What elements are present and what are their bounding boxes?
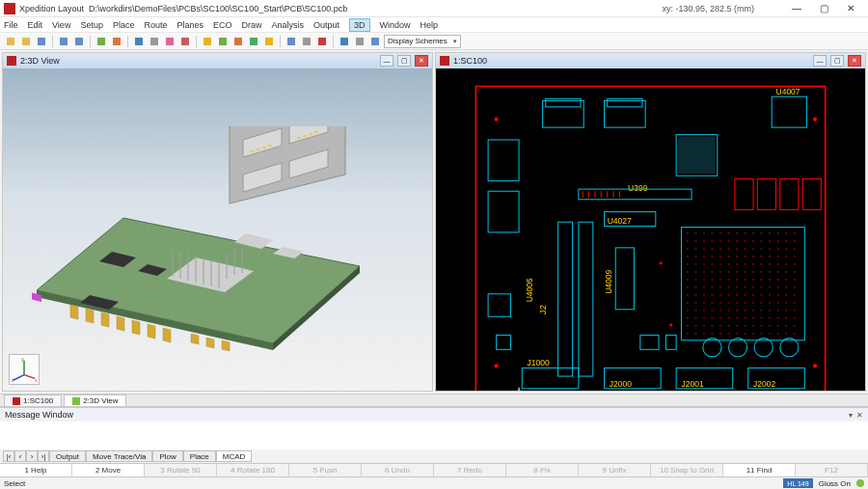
msg-nav-button[interactable]: |‹	[3, 450, 14, 462]
maximize-button[interactable]: ▢	[810, 1, 837, 16]
menu-window[interactable]: Window	[380, 20, 411, 30]
pane-minimize-button[interactable]: —	[813, 55, 827, 67]
svg-point-161	[719, 279, 721, 281]
fn-cell[interactable]: 1 Help	[0, 464, 72, 476]
fn-cell: 7 Redo	[434, 464, 506, 476]
msg-tab-mcad[interactable]: MCAD	[216, 450, 253, 462]
svg-point-41	[251, 150, 255, 152]
svg-point-225	[785, 310, 787, 312]
svg-point-229	[703, 317, 705, 319]
svg-point-314	[660, 261, 663, 264]
pane-close-button[interactable]: ✕	[415, 55, 428, 67]
view3d-icon[interactable]	[338, 35, 351, 48]
open-icon[interactable]	[19, 35, 33, 48]
menu-setup[interactable]: Setup	[80, 20, 103, 30]
place-icon[interactable]	[95, 35, 108, 48]
menu-file[interactable]: File	[4, 20, 18, 30]
menu-draw[interactable]: Draw	[242, 20, 262, 30]
fn-cell[interactable]: 2 Move	[72, 464, 145, 476]
refresh-icon[interactable]	[368, 35, 382, 48]
svg-line-67	[14, 375, 24, 381]
menu-edit[interactable]: Edit	[28, 20, 43, 30]
menu-planes[interactable]: Planes	[176, 20, 203, 30]
close-button[interactable]: ✕	[837, 1, 864, 16]
svg-point-95	[752, 240, 754, 242]
warn-icon[interactable]	[262, 35, 276, 48]
glasses-icon[interactable]	[353, 35, 366, 48]
svg-point-111	[769, 248, 771, 250]
message-window-body[interactable]	[0, 421, 868, 449]
svg-point-127	[785, 256, 787, 258]
menu-output[interactable]: Output	[313, 20, 339, 30]
display-schemes-dropdown[interactable]: Display Schemes▾	[384, 35, 461, 48]
svg-point-192	[744, 294, 746, 296]
menu-eco[interactable]: ECO	[213, 20, 232, 30]
menu-view[interactable]: View	[52, 20, 70, 30]
layer-icon[interactable]	[132, 35, 146, 48]
measure-icon[interactable]	[285, 35, 298, 48]
flag-icon[interactable]	[315, 35, 329, 48]
msg-tab-output[interactable]: Output	[49, 450, 86, 462]
svg-rect-21	[371, 38, 379, 45]
workspace-tab[interactable]: 2:3D View	[64, 394, 126, 406]
svg-marker-62	[206, 338, 214, 348]
menu-analysis[interactable]: Analysis	[272, 20, 305, 30]
menu-3d[interactable]: 3D	[349, 18, 370, 32]
axis-widget-icon[interactable]: x y z	[9, 354, 40, 385]
svg-point-139	[769, 263, 771, 265]
pane-maximize-button[interactable]: ▢	[397, 55, 411, 67]
pin-icon[interactable]: ▾	[849, 411, 853, 420]
save-icon[interactable]	[35, 35, 48, 48]
zoom-icon[interactable]	[300, 35, 313, 48]
grid-icon[interactable]	[148, 35, 161, 48]
svg-point-246	[727, 325, 729, 327]
fn-cell[interactable]: 11 Find	[723, 464, 796, 476]
svg-point-91	[719, 240, 721, 242]
svg-rect-2	[38, 38, 45, 45]
msg-nav-button[interactable]: ›|	[38, 450, 49, 462]
msg-tab-place[interactable]: Place	[183, 450, 216, 462]
svg-rect-18	[318, 38, 326, 45]
hatch-icon[interactable]	[216, 35, 230, 48]
svg-point-130	[694, 263, 696, 265]
menu-help[interactable]: Help	[420, 20, 439, 30]
svg-point-175	[719, 286, 721, 288]
svg-marker-60	[163, 328, 171, 342]
minimize-button[interactable]: —	[783, 1, 810, 16]
menu-route[interactable]: Route	[144, 20, 167, 30]
svg-marker-55	[86, 309, 94, 323]
check-icon[interactable]	[247, 35, 260, 48]
svg-point-109	[752, 248, 754, 250]
svg-point-74	[694, 232, 696, 234]
svg-point-120	[727, 256, 729, 258]
diamond-icon[interactable]	[201, 35, 214, 48]
workspace-tab[interactable]: 1:SC100	[4, 394, 62, 406]
view-3d-canvas[interactable]: x y z	[3, 68, 432, 391]
msg-nav-button[interactable]: ›	[26, 450, 38, 462]
msg-tab-plow[interactable]: Plow	[152, 450, 182, 462]
msg-nav-button[interactable]: ‹	[14, 450, 26, 462]
color-icon[interactable]	[163, 35, 176, 48]
svg-point-183	[785, 286, 787, 288]
svg-point-110	[761, 248, 763, 250]
svg-rect-12	[219, 38, 227, 45]
pane-close-button[interactable]: ✕	[848, 55, 861, 67]
msgwin-close-icon[interactable]: ✕	[856, 411, 863, 420]
undo-icon[interactable]	[57, 35, 70, 48]
drc-icon[interactable]	[231, 35, 245, 48]
new-icon[interactable]	[4, 35, 17, 48]
svg-rect-14	[250, 38, 258, 45]
route-icon[interactable]	[110, 35, 123, 48]
menu-place[interactable]: Place	[113, 20, 135, 30]
redo-icon[interactable]	[72, 35, 86, 48]
pane-minimize-button[interactable]: —	[380, 55, 393, 67]
statusbar: Select HL 149 Gloss On	[0, 476, 868, 489]
svg-point-100	[794, 240, 796, 242]
svg-point-126	[777, 256, 779, 258]
svg-point-215	[703, 310, 705, 312]
view-2d-canvas[interactable]: J2 U4007 U399 U4027	[436, 68, 865, 391]
component-icon[interactable]	[178, 35, 192, 48]
pane-maximize-button[interactable]: ▢	[830, 55, 844, 67]
msg-tab-move-trace-via[interactable]: Move Trace/Via	[86, 450, 152, 462]
svg-point-181	[769, 286, 771, 288]
